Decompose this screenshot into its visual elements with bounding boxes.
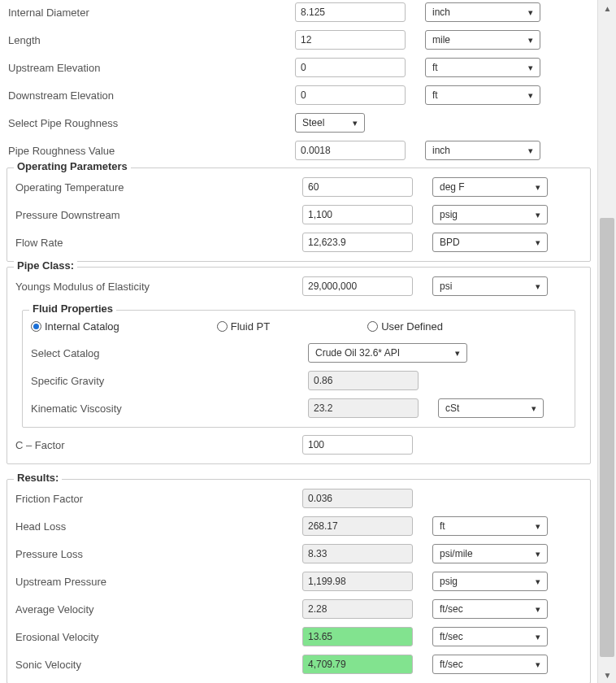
- kinematic-viscosity-label: Kinematic Viscosity: [29, 402, 308, 415]
- chevron-down-icon: ▾: [528, 90, 533, 101]
- pipe-roughness-select[interactable]: Steel▾: [295, 113, 365, 133]
- chevron-down-icon: ▾: [528, 7, 533, 18]
- c-factor-input[interactable]: [302, 435, 413, 455]
- chevron-down-icon: ▾: [528, 63, 533, 73]
- pressure-downstream-input[interactable]: [302, 205, 413, 224]
- chevron-down-icon: ▾: [353, 118, 358, 128]
- operating-temperature-input[interactable]: [302, 177, 413, 197]
- head-loss-unit-select[interactable]: ft▾: [432, 516, 548, 536]
- friction-factor-label: Friction Factor: [14, 493, 302, 505]
- radio-icon: [31, 321, 41, 332]
- pressure-downstream-unit-select[interactable]: psig▾: [432, 205, 548, 224]
- operating-parameters-legend: Operating Parameters: [14, 160, 131, 172]
- c-factor-label: C – Factor: [14, 439, 302, 451]
- pipe-class-section: Pipe Class: Youngs Modulus of Elasticity…: [7, 267, 591, 464]
- pipe-roughness-value-label: Pipe Roughness Value: [7, 145, 295, 157]
- chevron-down-icon: ▾: [536, 281, 540, 292]
- upstream-pressure-unit-select[interactable]: psig▾: [432, 572, 548, 591]
- friction-factor-value: 0.036: [302, 489, 413, 508]
- upstream-elevation-unit-select[interactable]: ft▾: [425, 58, 540, 77]
- erosional-velocity-label: Erosional Velocity: [14, 631, 302, 643]
- fluid-properties-section: Fluid Properties Internal Catalog Fluid …: [22, 310, 575, 428]
- select-catalog-label: Select Catalog: [29, 347, 308, 359]
- radio-icon: [367, 321, 378, 332]
- radio-fluid-pt[interactable]: Fluid PT: [217, 320, 270, 333]
- youngs-modulus-label: Youngs Modulus of Elasticity: [14, 281, 302, 293]
- kinematic-viscosity-unit-select[interactable]: cSt▾: [438, 398, 544, 418]
- kinematic-viscosity-value: 23.2: [308, 398, 419, 418]
- pipe-roughness-value-input[interactable]: [295, 141, 406, 160]
- chevron-down-icon: ▾: [536, 521, 540, 532]
- chevron-down-icon: ▾: [536, 182, 540, 193]
- upstream-elevation-input[interactable]: [295, 58, 406, 77]
- sonic-velocity-label: Sonic Velocity: [14, 659, 302, 671]
- erosional-velocity-unit-select[interactable]: ft/sec▾: [432, 627, 548, 646]
- chevron-down-icon: ▾: [455, 348, 460, 359]
- internal-diameter-input[interactable]: [295, 2, 406, 22]
- downstream-elevation-input[interactable]: [295, 85, 406, 105]
- head-loss-value: 268.17: [302, 516, 413, 536]
- head-loss-label: Head Loss: [14, 520, 302, 533]
- fluid-properties-legend: Fluid Properties: [29, 302, 116, 315]
- flow-rate-input[interactable]: [302, 233, 413, 252]
- scroll-thumb[interactable]: [600, 218, 614, 657]
- chevron-down-icon: ▾: [531, 403, 536, 414]
- upstream-pressure-label: Upstream Pressure: [14, 576, 302, 588]
- downstream-elevation-unit-select[interactable]: ft▾: [425, 85, 540, 105]
- average-velocity-unit-select[interactable]: ft/sec▾: [432, 599, 548, 619]
- select-pipe-roughness-label: Select Pipe Roughness: [7, 117, 295, 129]
- scroll-track[interactable]: [598, 16, 616, 667]
- radio-internal-catalog[interactable]: Internal Catalog: [31, 320, 119, 333]
- pipe-class-legend: Pipe Class:: [14, 259, 77, 272]
- sonic-velocity-unit-select[interactable]: ft/sec▾: [432, 655, 548, 674]
- radio-user-defined[interactable]: User Defined: [367, 320, 443, 333]
- upstream-elevation-label: Upstream Elevation: [7, 62, 295, 74]
- average-velocity-value: 2.28: [302, 599, 413, 619]
- form-scroll-area: Internal Diameter inch▾ Length mile▾ Ups…: [0, 0, 597, 683]
- internal-diameter-unit-select[interactable]: inch▾: [425, 2, 540, 22]
- length-unit-select[interactable]: mile▾: [425, 30, 540, 50]
- operating-temperature-unit-select[interactable]: deg F▾: [432, 177, 548, 197]
- length-label: Length: [7, 34, 295, 46]
- scroll-up-arrow-icon[interactable]: ▲: [598, 0, 616, 16]
- scroll-down-arrow-icon[interactable]: ▼: [598, 667, 616, 683]
- upstream-pressure-value: 1,199.98: [302, 572, 413, 591]
- chevron-down-icon: ▾: [528, 35, 533, 46]
- downstream-elevation-label: Downstream Elevation: [7, 89, 295, 102]
- chevron-down-icon: ▾: [536, 632, 540, 642]
- operating-temperature-label: Operating Temperature: [14, 181, 302, 194]
- pressure-loss-label: Pressure Loss: [14, 548, 302, 560]
- chevron-down-icon: ▾: [536, 604, 540, 615]
- pressure-loss-value: 8.33: [302, 544, 413, 563]
- chevron-down-icon: ▾: [536, 210, 540, 220]
- pressure-loss-unit-select[interactable]: psi/mile▾: [432, 544, 548, 563]
- results-legend: Results:: [14, 472, 62, 484]
- sonic-velocity-value: 4,709.79: [302, 655, 413, 674]
- chevron-down-icon: ▾: [536, 659, 540, 670]
- pipe-roughness-value-unit-select[interactable]: inch▾: [425, 141, 540, 160]
- vertical-scrollbar[interactable]: ▲ ▼: [597, 0, 616, 683]
- average-velocity-label: Average Velocity: [14, 603, 302, 616]
- chevron-down-icon: ▾: [536, 237, 540, 248]
- chevron-down-icon: ▾: [528, 146, 533, 156]
- youngs-modulus-unit-select[interactable]: psi▾: [432, 276, 548, 296]
- results-section: Results: Friction Factor 0.036 Head Loss…: [7, 479, 591, 683]
- operating-parameters-section: Operating Parameters Operating Temperatu…: [7, 167, 591, 262]
- specific-gravity-label: Specific Gravity: [29, 375, 308, 387]
- pressure-downstream-label: Pressure Downstream: [14, 209, 302, 221]
- chevron-down-icon: ▾: [536, 576, 540, 587]
- select-catalog-select[interactable]: Crude Oil 32.6* API▾: [308, 343, 467, 363]
- flow-rate-label: Flow Rate: [14, 237, 302, 249]
- youngs-modulus-input[interactable]: [302, 276, 413, 296]
- radio-icon: [217, 321, 228, 332]
- length-input[interactable]: [295, 30, 406, 50]
- flow-rate-unit-select[interactable]: BPD▾: [432, 233, 548, 252]
- erosional-velocity-value: 13.65: [302, 627, 413, 646]
- specific-gravity-value: 0.86: [308, 371, 419, 390]
- chevron-down-icon: ▾: [536, 549, 540, 559]
- internal-diameter-label: Internal Diameter: [7, 7, 295, 19]
